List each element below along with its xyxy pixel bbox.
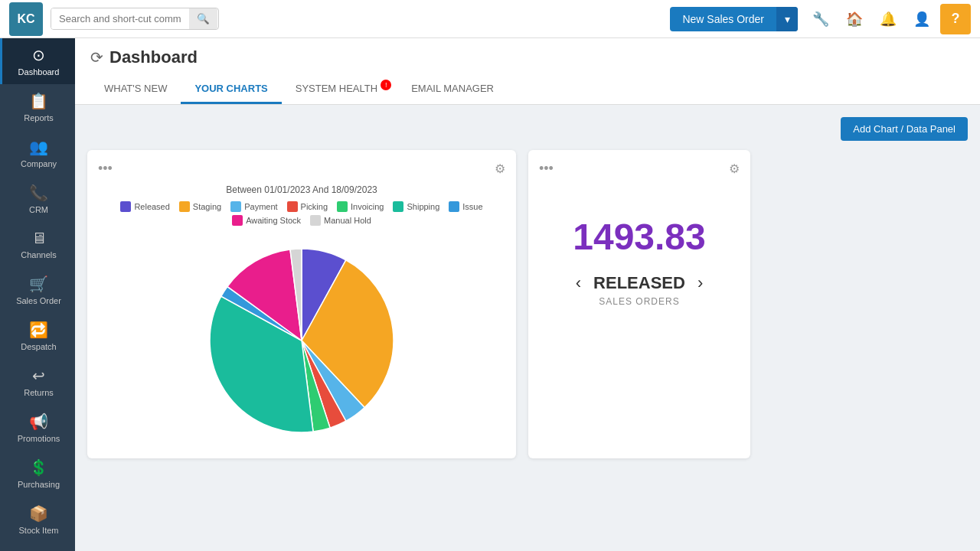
sidebar-label-despatch: Despatch	[21, 342, 56, 351]
home-icon-btn[interactable]: 🏠	[839, 4, 870, 34]
topbar: KC 🔍 New Sales Order ▾ 🔧 🏠 🔔 👤 ?	[0, 0, 980, 38]
new-sales-order-dropdown[interactable]: ▾	[776, 7, 798, 31]
metric-card: ••• ⚙ 1493.83 ‹ RELEASED › SALES ORDERS	[528, 150, 750, 458]
pie-card-menu[interactable]: •••	[98, 161, 113, 177]
content: ⟳ Dashboard WHAT'S NEW YOUR CHARTS SYSTE…	[75, 38, 980, 551]
sidebar-item-dashboard[interactable]: ⊙ Dashboard	[0, 38, 75, 84]
dashboard-refresh-icon: ⟳	[90, 48, 103, 67]
pie-chart-card: ••• ⚙ Between 01/01/2023 And 18/09/2023 …	[87, 150, 516, 458]
sidebar-label-company: Company	[21, 159, 57, 168]
tab-system-health[interactable]: SYSTEM HEALTH !	[282, 75, 397, 104]
legend-item: Awaiting Stock	[232, 215, 301, 226]
legend-item: Invoicing	[337, 201, 384, 212]
promotions-icon: 📢	[29, 412, 48, 431]
search-input[interactable]	[51, 8, 189, 29]
topbar-icons: 🔧 🏠 🔔 👤 ?	[805, 4, 971, 34]
sidebar-item-crm[interactable]: 📞 CRM	[0, 176, 75, 222]
sidebar-item-channels[interactable]: 🖥 Channels	[0, 222, 75, 267]
pie-legend: ReleasedStagingPaymentPickingInvoicingSh…	[98, 201, 505, 226]
sidebar-item-company[interactable]: 👥 Company	[0, 130, 75, 176]
metric-value: 1493.83	[573, 216, 706, 258]
sidebar-label-channels: Channels	[21, 250, 56, 259]
metric-card-topbar: ••• ⚙	[539, 161, 740, 177]
legend-item: Released	[120, 201, 169, 212]
metric-sublabel: SALES ORDERS	[599, 296, 679, 307]
stock-item-icon: 📦	[29, 504, 48, 523]
channels-icon: 🖥	[31, 230, 47, 247]
dashboard-icon: ⊙	[32, 46, 45, 64]
charts-header: Add Chart / Data Panel	[87, 117, 968, 141]
search-button[interactable]: 🔍	[189, 8, 217, 29]
system-health-badge: !	[381, 80, 391, 90]
legend-item: Picking	[287, 201, 328, 212]
sidebar-item-purchasing[interactable]: 💲 Purchasing	[0, 451, 75, 497]
sidebar-label-stock-item: Stock Item	[19, 526, 59, 535]
main-layout: ⊙ Dashboard 📋 Reports 👥 Company 📞 CRM 🖥 …	[0, 38, 980, 551]
sidebar-label-crm: CRM	[29, 205, 48, 214]
tab-system-health-label: SYSTEM HEALTH	[296, 83, 377, 94]
sidebar-item-stock-item[interactable]: 📦 Stock Item	[0, 497, 75, 543]
sidebar-label-sales-order: Sales Order	[16, 296, 61, 305]
metric-card-menu[interactable]: •••	[539, 161, 554, 177]
sidebar-item-promotions[interactable]: 📢 Promotions	[0, 405, 75, 451]
page-title: Dashboard	[109, 47, 198, 67]
tabs: WHAT'S NEW YOUR CHARTS SYSTEM HEALTH ! E…	[90, 75, 965, 104]
pie-svg	[194, 233, 409, 448]
logo: KC	[9, 2, 43, 36]
sidebar-label-promotions: Promotions	[18, 434, 60, 443]
user-icon-btn[interactable]: 👤	[906, 4, 937, 34]
legend-item: Issue	[449, 201, 482, 212]
page-header: ⟳ Dashboard WHAT'S NEW YOUR CHARTS SYSTE…	[75, 38, 980, 105]
pie-card-topbar: ••• ⚙	[98, 161, 505, 177]
sidebar-label-reports: Reports	[24, 113, 54, 122]
legend-item: Shipping	[393, 201, 439, 212]
sidebar-item-sales-order[interactable]: 🛒 Sales Order	[0, 267, 75, 313]
reports-icon: 📋	[29, 92, 48, 110]
metric-card-settings[interactable]: ⚙	[729, 161, 740, 176]
sidebar-item-despatch[interactable]: 🔁 Despatch	[0, 313, 75, 359]
metric-next-button[interactable]: ›	[697, 273, 703, 293]
sidebar-label-purchasing: Purchasing	[18, 480, 60, 489]
sidebar-item-stock-tools[interactable]: 📊 Stock Tools	[0, 543, 75, 551]
new-sales-order-label: New Sales Order	[670, 7, 776, 31]
pie-chart-container: Between 01/01/2023 And 18/09/2023 Releas…	[98, 184, 505, 448]
crm-icon: 📞	[29, 184, 48, 202]
metric-inner: 1493.83 ‹ RELEASED › SALES ORDERS	[539, 184, 740, 337]
sales-order-icon: 🛒	[29, 275, 48, 293]
tab-email-manager[interactable]: EMAIL MANAGER	[397, 75, 508, 104]
pie-date-range: Between 01/01/2023 And 18/09/2023	[226, 184, 377, 195]
charts-row: ••• ⚙ Between 01/01/2023 And 18/09/2023 …	[87, 150, 968, 458]
sidebar-label-dashboard: Dashboard	[18, 67, 60, 77]
company-icon: 👥	[29, 138, 48, 156]
legend-item: Manual Hold	[310, 215, 371, 226]
search-bar: 🔍	[51, 8, 219, 30]
metric-label: RELEASED	[593, 273, 685, 293]
metric-nav: ‹ RELEASED ›	[576, 273, 703, 293]
add-chart-button[interactable]: Add Chart / Data Panel	[841, 117, 968, 141]
purchasing-icon: 💲	[29, 458, 48, 477]
tab-your-charts[interactable]: YOUR CHARTS	[181, 75, 281, 104]
legend-item: Staging	[179, 201, 221, 212]
despatch-icon: 🔁	[29, 321, 48, 339]
metric-prev-button[interactable]: ‹	[576, 273, 581, 293]
pie-card-settings[interactable]: ⚙	[495, 161, 505, 176]
legend-item: Payment	[230, 201, 277, 212]
returns-icon: ↩	[32, 367, 45, 385]
new-sales-order-button[interactable]: New Sales Order ▾	[670, 7, 798, 31]
tab-whats-new[interactable]: WHAT'S NEW	[90, 75, 181, 104]
charts-area: Add Chart / Data Panel ••• ⚙ Between 01/…	[75, 105, 980, 551]
sidebar-item-returns[interactable]: ↩ Returns	[0, 359, 75, 405]
sidebar-label-returns: Returns	[24, 388, 54, 397]
notifications-icon-btn[interactable]: 🔔	[873, 4, 903, 34]
help-button[interactable]: ?	[940, 4, 971, 34]
tools-icon-btn[interactable]: 🔧	[805, 4, 836, 34]
sidebar-item-reports[interactable]: 📋 Reports	[0, 84, 75, 130]
sidebar: ⊙ Dashboard 📋 Reports 👥 Company 📞 CRM 🖥 …	[0, 38, 75, 551]
